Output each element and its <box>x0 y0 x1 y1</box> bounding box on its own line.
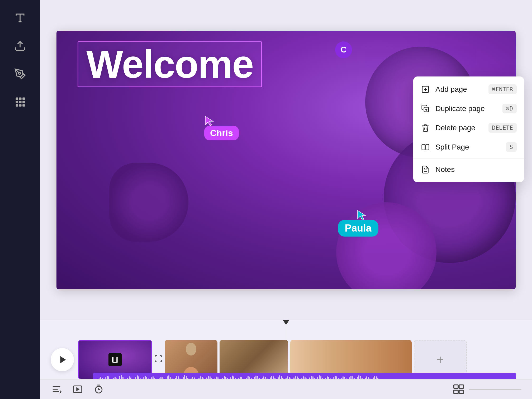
upload-icon[interactable] <box>13 39 27 53</box>
timer-icon-svg <box>94 384 104 394</box>
svg-rect-33 <box>454 385 458 388</box>
add-page-shortcut: ⌘ENTER <box>488 84 517 94</box>
delete-page-label: Delete page <box>435 124 483 132</box>
main-content: Welcome C Chris <box>40 0 532 399</box>
person-silhouette <box>180 343 202 377</box>
cursor-arrow-paula-icon <box>357 209 366 221</box>
bottom-tools-right <box>453 383 521 395</box>
draw-icon[interactable] <box>13 66 27 81</box>
bottom-toolbar <box>40 379 532 399</box>
svg-rect-10 <box>22 104 25 107</box>
film-icon <box>112 357 118 363</box>
welcome-text: Welcome <box>86 42 253 86</box>
svg-marker-21 <box>60 356 66 363</box>
avatar-badge-chris: C <box>335 41 352 58</box>
duplicate-page-shortcut: ⌘D <box>502 104 517 113</box>
svg-rect-2 <box>16 98 18 100</box>
sidebar <box>0 0 40 399</box>
split-page-icon <box>421 142 430 152</box>
svg-marker-30 <box>77 388 79 391</box>
merge-icon-svg <box>154 354 163 363</box>
play-button[interactable] <box>51 348 74 371</box>
menu-divider <box>413 158 524 158</box>
cursor-chris: Chris <box>204 115 239 140</box>
notes-icon-svg <box>51 384 61 394</box>
storyboard-icon-svg <box>453 383 464 395</box>
preview-tool-icon[interactable] <box>72 383 83 395</box>
chris-label: Chris <box>204 126 239 140</box>
add-page-label: Add page <box>435 85 483 94</box>
add-page-icon <box>421 85 430 94</box>
apps-grid-icon[interactable] <box>13 94 27 109</box>
svg-rect-17 <box>422 144 425 150</box>
split-page-label: Split Page <box>435 143 501 151</box>
svg-rect-34 <box>459 385 464 388</box>
add-clip-plus-icon: + <box>436 352 444 367</box>
playhead-triangle <box>283 320 289 325</box>
canvas-area[interactable]: Welcome C Chris <box>40 0 532 320</box>
menu-item-delete-page[interactable]: Delete page DELETE <box>413 118 524 137</box>
svg-rect-35 <box>454 390 458 394</box>
menu-item-notes[interactable]: Notes <box>413 160 524 179</box>
zoom-slider[interactable] <box>469 389 521 390</box>
svg-point-1 <box>19 73 21 74</box>
svg-rect-22 <box>112 357 118 362</box>
blob-4 <box>109 163 188 242</box>
split-page-shortcut: S <box>506 142 517 152</box>
cursor-arrow-chris-icon <box>204 115 214 127</box>
svg-rect-5 <box>16 101 18 103</box>
delete-page-icon <box>421 123 430 133</box>
welcome-text-element[interactable]: Welcome <box>78 41 262 87</box>
duplicate-page-icon <box>421 104 430 113</box>
notes-label: Notes <box>435 165 517 174</box>
paula-label: Paula <box>338 220 378 237</box>
storyboard-view-icon[interactable] <box>453 383 464 395</box>
context-menu: Add page ⌘ENTER Duplicate page ⌘D <box>413 76 524 182</box>
notes-menu-icon <box>421 165 430 174</box>
svg-rect-7 <box>22 101 25 103</box>
svg-rect-9 <box>19 104 21 107</box>
notes-tool-icon[interactable] <box>51 383 62 395</box>
svg-rect-4 <box>22 98 25 100</box>
svg-rect-36 <box>459 390 464 394</box>
svg-rect-18 <box>426 144 429 150</box>
bottom-tools-left <box>51 383 104 395</box>
svg-point-25 <box>186 343 196 355</box>
text-tool-icon[interactable] <box>13 11 27 25</box>
menu-item-split-page[interactable]: Split Page S <box>413 137 524 157</box>
menu-item-duplicate-page[interactable]: Duplicate page ⌘D <box>413 99 524 118</box>
cursor-paula: Paula <box>338 209 378 237</box>
svg-rect-8 <box>16 104 18 107</box>
svg-rect-3 <box>19 98 21 100</box>
delete-page-shortcut: DELETE <box>488 123 517 133</box>
menu-item-add-page[interactable]: Add page ⌘ENTER <box>413 80 524 99</box>
svg-rect-6 <box>19 101 21 103</box>
play-icon <box>58 355 68 364</box>
duplicate-page-label: Duplicate page <box>435 104 497 113</box>
preview-icon-svg <box>73 384 83 394</box>
timer-tool-icon[interactable] <box>93 383 104 395</box>
merge-split-icon[interactable] <box>154 354 163 365</box>
